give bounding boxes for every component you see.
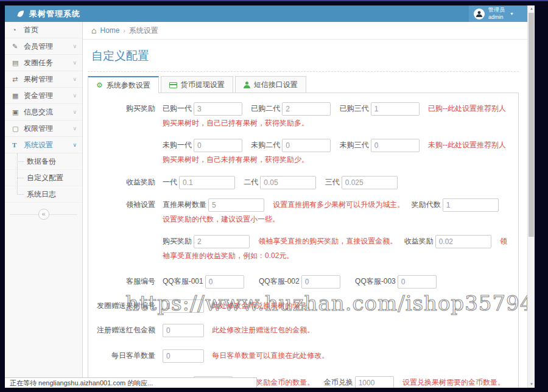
daily-order-count-input[interactable] (163, 349, 204, 363)
sidebar-item-funds[interactable]: ▦资金管理 ∨ (5, 88, 82, 104)
sidebar-item-fruit-trees[interactable]: ⇄果树管理 ∨ (5, 71, 82, 88)
chevron-down-icon: ▼ (510, 12, 514, 16)
field-sublabel: 未购二代 (251, 141, 280, 149)
income-gen1-input[interactable] (179, 176, 235, 189)
message-icon: ▣ (12, 104, 24, 120)
form-row-daily-order-count: 每日客单数量 每日客单数量可以直接在此处修改。 (88, 348, 513, 363)
leader-income-reward-input[interactable] (435, 235, 491, 248)
sidebar-item-home[interactable]: ◔首页 (5, 22, 82, 38)
field-label: 发圈赠送果树编号 (88, 298, 163, 313)
title-divider (88, 71, 519, 72)
qq-service-2-input[interactable] (301, 275, 340, 289)
sidebar-item-label: 信息交流 (24, 108, 53, 116)
sidebar-item-permissions[interactable]: ▢权限管理 ∨ (5, 121, 82, 137)
field-label: 每日客单数量 (88, 348, 163, 363)
breadcrumb-separator: › (123, 27, 125, 34)
sidebar-item-system-settings[interactable]: T系统设置 ∨ (5, 137, 82, 153)
breadcrumb: ⌂ Home › 系统设置 (83, 22, 527, 40)
scrollbar-thumb[interactable] (529, 13, 534, 237)
leader-purchase-reward-input[interactable] (194, 235, 250, 248)
app-viewport: 果树管理系统 管理员 admin ▼ ◔首页 ✎会员管理 (5, 5, 527, 388)
sidebar-item-label: 首页 (24, 26, 38, 34)
field-label: 领袖设置 (88, 197, 163, 263)
chevron-down-icon: ∨ (72, 137, 77, 153)
sidebar-subitem-custom-config[interactable]: 自定义配置 (5, 170, 82, 186)
purchased-gen1-input[interactable] (194, 102, 242, 116)
sidebar-subitem-data-backup[interactable]: 数据备份 (5, 153, 82, 170)
sidebar-item-messages[interactable]: ▣信息交流 ∨ (5, 104, 82, 121)
file-icon: ▢ (12, 121, 24, 136)
register-redpacket-input[interactable] (163, 324, 204, 337)
sidebar-item-label: 资金管理 (24, 91, 53, 100)
reward-generations-input[interactable] (443, 198, 499, 212)
sidebar-submenu: 数据备份 自定义配置 系统日志 (5, 153, 82, 203)
purchased-gen3-input[interactable] (371, 102, 420, 116)
gears-icon: ⚙ (96, 81, 103, 89)
page-title: 自定义配置 (91, 48, 520, 64)
sidebar-collapse-button[interactable]: « (38, 209, 49, 220)
sidebar-item-label: 系统设置 (24, 141, 53, 149)
sidebar-item-label: 发圈任务 (24, 58, 53, 67)
field-sublabel: 直推果树数量 (163, 200, 206, 209)
scroll-up-arrow[interactable]: ▲ (528, 5, 535, 12)
chevron-down-icon: ∨ (72, 38, 77, 54)
unpurchased-gen2-input[interactable] (282, 139, 331, 152)
qq-service-3-input[interactable] (398, 275, 437, 289)
unpurchased-gen3-input[interactable] (371, 139, 420, 152)
sidebar-item-label: 会员管理 (24, 42, 53, 51)
income-gen2-input[interactable] (260, 176, 316, 189)
page-body: 自定义配置 ⚙ 系统参数设置 货币提现设置 短信接口 (83, 40, 527, 388)
user-meta: 管理员 admin (488, 7, 505, 21)
unpurchased-gen1-input[interactable] (194, 139, 242, 152)
purchased-gen2-input[interactable] (282, 102, 331, 116)
avatar (474, 9, 485, 19)
person-icon (244, 82, 250, 88)
coin-exchange-input[interactable] (355, 376, 394, 388)
chevron-down-icon: ∨ (72, 55, 77, 71)
card-icon (169, 82, 177, 88)
help-text: 每日客单数量可以直接在此处修改。 (212, 351, 329, 360)
app-brand: 果树管理系统 (5, 9, 80, 19)
tab-sms-api[interactable]: 短信接口设置 (235, 76, 306, 93)
breadcrumb-current: 系统设置 (129, 26, 158, 36)
income-gen3-input[interactable] (342, 176, 398, 189)
qq-service-1-input[interactable] (205, 275, 244, 289)
form-row-service-qq: 客服编号 QQ客服-001 QQ客服-002 QQ客服-003 (88, 274, 513, 289)
field-sublabel: 金币兑换 (324, 378, 353, 387)
direct-tree-count-input[interactable] (208, 198, 264, 212)
tab-label: 系统参数设置 (107, 80, 150, 91)
help-text: 设置兑换果树需要的金币数量。 (402, 378, 505, 387)
user-role: 管理员 (488, 7, 505, 13)
form-row-income-reward: 收益奖励 一代 二代 三代 (88, 175, 513, 189)
tab-currency-withdraw[interactable]: 货币提现设置 (161, 76, 233, 93)
chevron-down-icon: ∨ (72, 71, 77, 87)
user-menu[interactable]: 管理员 admin ▼ (469, 5, 527, 22)
sidebar-item-label: 权限管理 (24, 124, 53, 133)
app-header: 果树管理系统 管理员 admin ▼ (5, 5, 527, 22)
tab-system-params[interactable]: ⚙ 系统参数设置 (88, 76, 159, 93)
moments-gift-tree-id-input[interactable] (163, 299, 204, 313)
scroll-down-arrow[interactable]: ▼ (528, 381, 535, 388)
sidebar-subitem-system-log[interactable]: 系统日志 (5, 186, 82, 203)
content-area: ⌂ Home › 系统设置 自定义配置 ⚙ 系统参数设置 (83, 22, 527, 388)
help-text: 此处修改金币兑换果树的编号。 (212, 301, 314, 310)
sidebar-item-members[interactable]: ✎会员管理 ∨ (5, 38, 82, 55)
field-sublabel: QQ客服-001 (163, 277, 203, 285)
field-sublabel: QQ客服-002 (259, 277, 300, 285)
sidebar-collapse-row: « (5, 205, 82, 223)
field-sublabel: 已购二代 (251, 104, 280, 113)
field-label: 购买奖励 (88, 101, 163, 167)
help-text: 设置奖励的代数，建议设置小一些。 (163, 215, 279, 223)
field-sublabel: 未购三代 (340, 141, 369, 149)
tab-bar: ⚙ 系统参数设置 货币提现设置 短信接口设置 (86, 76, 520, 93)
edit-icon: ✎ (12, 38, 24, 54)
browser-status-bar: 正在等待 nengliangshu.aizhan001.com 的响应... (5, 377, 257, 388)
field-sublabel: 已购三代 (340, 104, 369, 113)
form-row-purchase-reward: 购买奖励 已购一代 已购二代 已购三代 已购--此处设置推荐别人购买果树时，自己… (88, 101, 513, 167)
settings-form-panel: 购买奖励 已购一代 已购二代 已购三代 已购--此处设置推荐别人购买果树时，自己… (88, 93, 519, 388)
sidebar-item-moments-tasks[interactable]: ▤发圈任务 ∨ (5, 55, 82, 71)
breadcrumb-home-link[interactable]: Home (100, 26, 119, 35)
book-icon: ▤ (12, 55, 24, 71)
field-sublabel: 未购一代 (163, 141, 192, 149)
field-sublabel: 已购一代 (163, 104, 192, 113)
